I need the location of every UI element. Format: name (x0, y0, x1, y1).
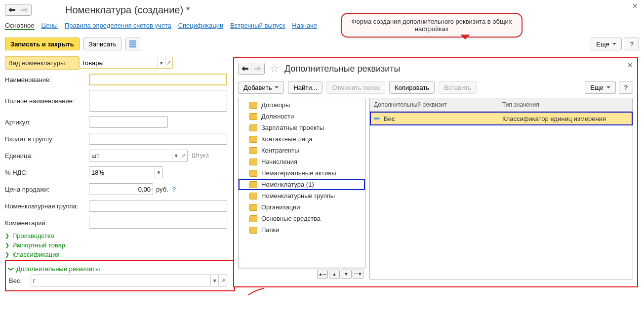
vat-input[interactable] (89, 167, 155, 178)
panel-add-button[interactable]: Добавить (238, 81, 284, 94)
comment-input[interactable] (89, 217, 227, 228)
panel-find-button[interactable]: Найти... (288, 81, 322, 94)
folder-icon (249, 136, 257, 143)
lines-icon (129, 40, 136, 47)
unit-input[interactable] (89, 150, 172, 161)
panel-title: Дополнительные реквизиты (284, 64, 401, 74)
folder-icon (249, 170, 257, 177)
grid-row-selected[interactable]: Вес Классификатор единиц измерения (370, 112, 633, 125)
unit-open-icon[interactable]: ↗ (180, 150, 187, 161)
price-input[interactable] (89, 184, 153, 195)
article-label: Артикул: (5, 119, 89, 126)
weight-open-icon[interactable]: ↗ (218, 275, 227, 286)
more-button[interactable]: Еще (591, 38, 621, 50)
annotation-arrow (235, 287, 265, 295)
grid-cell-name: Вес (384, 115, 395, 122)
category-tree[interactable]: ДоговорыДолжностиЗарплатные проектыКонта… (238, 98, 365, 268)
section-extra-props[interactable]: ❯Дополнительные реквизиты (9, 265, 231, 273)
panel-paste-button: Вставить (439, 81, 477, 94)
tree-item-label: Номенклатурные группы (261, 192, 335, 200)
tree-scroll-down[interactable]: ▼ (341, 270, 352, 279)
tree-item[interactable]: Основные средства (239, 213, 365, 224)
tree-item[interactable]: Контактные лица (239, 133, 365, 145)
nomgroup-label: Номенклатурная группа: (5, 202, 89, 210)
panel-copy-button[interactable]: Копировать (389, 81, 435, 94)
fullname-label: Полное наименование: (5, 97, 89, 105)
tab-accounts[interactable]: Правила определения счетов учета (65, 22, 171, 30)
vat-dropdown-icon[interactable]: ▼ (155, 167, 162, 178)
grid-col-name: Дополнительный реквизит (370, 98, 498, 111)
tree-item[interactable]: Зарплатные проекты (239, 122, 365, 133)
tree-item-label: Договоры (261, 101, 290, 109)
name-input[interactable] (90, 75, 226, 84)
tab-counter[interactable]: Встречный выпуск (230, 22, 285, 30)
tree-item[interactable]: Номенклатурные группы (239, 190, 365, 201)
type-open-icon[interactable]: ↗ (165, 57, 172, 68)
folder-icon (249, 113, 257, 120)
price-currency: руб. (156, 186, 168, 193)
list-view-button[interactable] (125, 38, 140, 50)
unit-dropdown-icon[interactable]: ▼ (172, 150, 179, 161)
close-icon[interactable]: ✕ (632, 2, 638, 10)
group-input[interactable] (89, 133, 227, 144)
tree-scroll-up[interactable]: ▲ (329, 270, 340, 279)
tree-item-label: Папки (261, 226, 280, 234)
comment-label: Комментарий: (5, 219, 89, 227)
panel-help-button[interactable]: ? (619, 81, 633, 94)
tab-specs[interactable]: Спецификации (178, 22, 224, 30)
panel-close-icon[interactable]: ✕ (627, 61, 633, 69)
panel-nav-forward[interactable] (251, 63, 264, 74)
type-input[interactable] (80, 57, 158, 68)
tree-item[interactable]: Нематериальные активы (239, 167, 365, 179)
tree-item[interactable]: Договоры (239, 99, 365, 111)
group-label: Входит в группу: (5, 135, 89, 143)
folder-icon (249, 102, 257, 109)
chevron-right-icon: ❯ (5, 242, 9, 248)
save-close-button[interactable]: Записать и закрыть (5, 38, 80, 50)
tab-main[interactable]: Основное (5, 22, 35, 30)
weight-label: Вес: (9, 277, 31, 284)
nomgroup-input[interactable] (89, 200, 227, 211)
tree-item[interactable]: Должности (239, 111, 365, 122)
folder-icon (249, 215, 257, 222)
help-button[interactable]: ? (625, 38, 639, 50)
save-button[interactable]: Записать (83, 38, 122, 50)
unit-label: Единица: (5, 152, 89, 160)
panel-more-button[interactable]: Еще (585, 81, 615, 94)
tree-item-label: Основные средства (261, 215, 321, 222)
tab-assign[interactable]: Назначе (292, 22, 317, 30)
tree-item[interactable]: Папки (239, 224, 365, 236)
panel-nav-back[interactable] (239, 63, 251, 74)
weight-dropdown-icon[interactable]: ▼ (210, 275, 219, 286)
tab-prices[interactable]: Цены (41, 22, 58, 30)
weight-input[interactable] (31, 275, 210, 286)
tree-scroll-top[interactable]: ▲ (317, 270, 328, 279)
nav-back-button[interactable] (5, 4, 18, 15)
fullname-input[interactable] (89, 90, 227, 111)
folder-icon (249, 147, 257, 154)
favorite-star-icon[interactable]: ☆ (270, 62, 280, 75)
nav-forward-button[interactable] (18, 4, 31, 15)
extra-props-panel: ✕ ☆ Дополнительные реквизиты Добавить На… (233, 57, 638, 287)
minus-icon (374, 118, 380, 120)
grid-col-type: Тип значения (498, 98, 633, 111)
article-input[interactable] (89, 117, 167, 127)
tree-item[interactable]: Организации (239, 201, 365, 213)
folder-icon (249, 193, 257, 200)
vat-label: % НДС: (5, 169, 89, 176)
price-help-icon[interactable]: ? (172, 186, 176, 193)
tree-item-label: Должности (261, 113, 294, 120)
tree-scroll-bottom[interactable]: ▼ (353, 270, 363, 279)
name-label: Наименование: (5, 76, 89, 83)
folder-icon (249, 124, 257, 131)
chevron-down-icon: ❯ (8, 267, 14, 271)
type-label: Вид номенклатуры: (5, 56, 79, 70)
tree-item[interactable]: Начисления (239, 156, 365, 167)
tree-item[interactable]: Контрагенты (239, 145, 365, 156)
folder-icon (249, 227, 257, 234)
type-dropdown-icon[interactable]: ▼ (158, 57, 165, 68)
tree-item-label: Начисления (261, 158, 297, 165)
callout-bubble: Форма создания дополнительного реквизита… (341, 13, 523, 38)
tree-item[interactable]: Номенклатура (1) (239, 179, 365, 190)
chevron-right-icon: ❯ (5, 233, 9, 239)
